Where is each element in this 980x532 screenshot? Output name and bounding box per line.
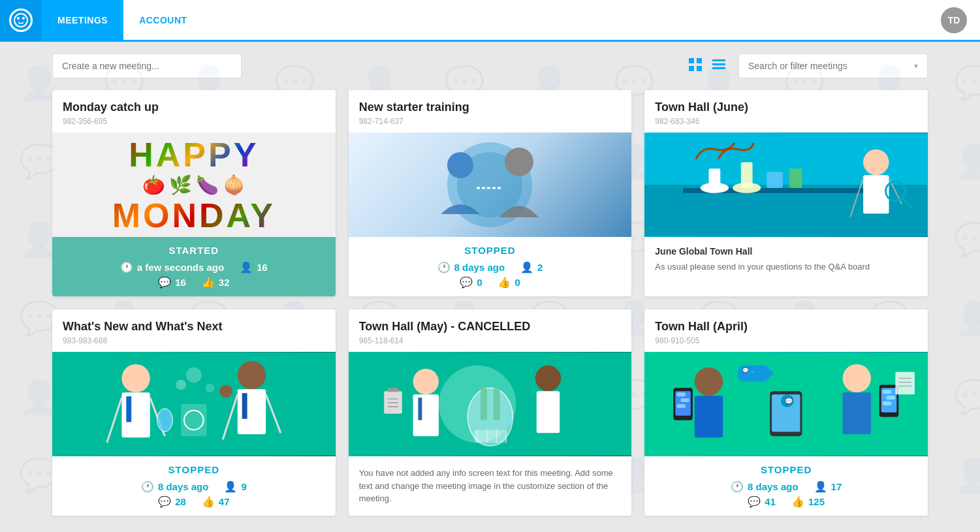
person-icon: 👤 bbox=[814, 480, 827, 493]
comments-value: 28 bbox=[175, 496, 186, 507]
thumbsup-icon: 👍 bbox=[498, 276, 511, 289]
svg-rect-95 bbox=[789, 168, 802, 188]
svg-point-142 bbox=[843, 364, 871, 392]
svg-rect-129 bbox=[474, 430, 506, 443]
status-banner-stopped: STOPPED 🕐 8 days ago 👤 9 💬 28 bbox=[52, 456, 336, 516]
meetings-tab[interactable]: MEETINGS bbox=[42, 0, 123, 41]
svg-rect-127 bbox=[481, 388, 487, 420]
card-title: Town Hall (May) - CANCELLED bbox=[359, 320, 622, 334]
search-filter-input[interactable] bbox=[748, 61, 909, 71]
stats-row-2: 💬 41 👍 125 bbox=[655, 495, 917, 508]
attendees-value: 2 bbox=[537, 262, 543, 273]
clock-icon: 🕐 bbox=[731, 480, 744, 493]
svg-point-111 bbox=[176, 380, 186, 390]
people-illustration bbox=[398, 136, 581, 234]
meeting-card-town-hall-june[interactable]: Town Hall (June) 982-683-346 bbox=[644, 90, 928, 296]
svg-rect-140 bbox=[681, 398, 690, 402]
card-header: New starter training 982-714-637 bbox=[349, 90, 632, 133]
svg-rect-139 bbox=[677, 392, 686, 396]
meeting-card-town-hall-may[interactable]: Town Hall (May) - CANCELLED 985-118-614 bbox=[349, 309, 632, 516]
svg-point-108 bbox=[219, 384, 232, 398]
logo[interactable] bbox=[0, 0, 42, 41]
list-view-icon[interactable] bbox=[710, 55, 728, 77]
svg-rect-76 bbox=[697, 58, 702, 63]
svg-point-91 bbox=[701, 183, 729, 193]
svg-rect-118 bbox=[418, 398, 422, 420]
svg-point-116 bbox=[413, 369, 438, 394]
svg-rect-136 bbox=[695, 396, 723, 437]
thumbsup-icon: 👍 bbox=[202, 495, 215, 508]
status-banner-started: STARTED 🕐 a few seconds ago 👤 16 💬 16 bbox=[52, 237, 336, 296]
attendees-value: 9 bbox=[241, 481, 246, 492]
grid-view-icon[interactable] bbox=[686, 55, 704, 77]
card-meeting-id: 982-714-637 bbox=[359, 117, 622, 126]
card-text-area-may: You have not added any info screen text … bbox=[349, 456, 632, 516]
card-text-area: June Global Town Hall As usual please se… bbox=[644, 237, 928, 283]
card-header: Town Hall (May) - CANCELLED 985-118-614 bbox=[349, 309, 632, 352]
svg-point-150 bbox=[767, 370, 774, 377]
svg-rect-77 bbox=[689, 66, 694, 71]
card-image-starter bbox=[349, 133, 632, 237]
svg-rect-106 bbox=[238, 389, 266, 434]
svg-rect-125 bbox=[536, 391, 559, 433]
time-stat: 🕐 8 days ago bbox=[731, 480, 798, 493]
header: MEETINGS ACCOUNT TD bbox=[0, 0, 980, 42]
comments-value: 41 bbox=[765, 496, 776, 507]
svg-rect-94 bbox=[767, 172, 783, 188]
status-label: STOPPED bbox=[655, 464, 917, 475]
svg-rect-75 bbox=[689, 58, 694, 63]
svg-rect-146 bbox=[883, 390, 892, 394]
card-meeting-id: 982-683-346 bbox=[655, 117, 917, 126]
search-filter-container: ▾ bbox=[738, 54, 928, 78]
svg-rect-78 bbox=[697, 66, 702, 71]
comments-stat: 💬 0 bbox=[460, 276, 482, 289]
card-image-april: 💬 ... 💬 bbox=[644, 352, 928, 456]
svg-rect-147 bbox=[887, 396, 896, 399]
stats-row-2: 💬 0 👍 0 bbox=[359, 276, 622, 289]
card-meeting-id: 982-356-695 bbox=[63, 117, 325, 126]
comments-stat: 💬 28 bbox=[158, 495, 186, 508]
info-title: June Global Town Hall bbox=[655, 246, 917, 257]
meeting-card-whats-new[interactable]: What's New and What's Next 983-983-688 bbox=[52, 309, 336, 516]
meeting-card-monday[interactable]: Monday catch up 982-356-695 HAPPY 🍅🌿🍆🧅 M… bbox=[52, 90, 336, 296]
person-icon: 👤 bbox=[224, 480, 237, 493]
svg-point-93 bbox=[733, 183, 761, 193]
thumbsup-icon: 👍 bbox=[202, 276, 215, 289]
card-image-may bbox=[349, 352, 632, 456]
svg-rect-102 bbox=[121, 392, 150, 437]
svg-point-113 bbox=[206, 383, 215, 392]
card-image-monday: HAPPY 🍅🌿🍆🧅 MONDAY bbox=[52, 133, 336, 237]
svg-rect-103 bbox=[126, 396, 131, 422]
card-meeting-id: 983-983-688 bbox=[63, 336, 325, 345]
status-banner-stopped: STOPPED 🕐 8 days ago 👤 17 💬 41 bbox=[644, 456, 928, 516]
monday-text: MONDAY bbox=[112, 198, 276, 232]
account-tab[interactable]: ACCOUNT bbox=[123, 0, 203, 41]
svg-rect-81 bbox=[712, 67, 725, 69]
comments-stat: 💬 16 bbox=[158, 276, 186, 289]
card-header: Town Hall (June) 982-683-346 bbox=[644, 90, 928, 133]
clock-icon: 🕐 bbox=[141, 480, 154, 493]
meeting-card-town-hall-april[interactable]: Town Hall (April) 980-910-505 bbox=[644, 309, 928, 516]
svg-text:💬: 💬 bbox=[785, 397, 793, 405]
card-header: Town Hall (April) 980-910-505 bbox=[644, 309, 928, 352]
create-meeting-input[interactable] bbox=[52, 54, 242, 78]
card-image-lab bbox=[644, 133, 928, 237]
svg-rect-128 bbox=[493, 388, 499, 420]
info-body: As usual please send in your questions t… bbox=[655, 260, 917, 274]
time-value: a few seconds ago bbox=[137, 262, 224, 273]
time-stat: 🕐 8 days ago bbox=[437, 261, 505, 274]
meeting-card-new-starter[interactable]: New starter training 982-714-637 bbox=[349, 90, 632, 296]
card-header: Monday catch up 982-356-695 bbox=[52, 90, 336, 133]
comments-value: 16 bbox=[175, 277, 186, 288]
svg-rect-120 bbox=[387, 388, 399, 392]
svg-rect-143 bbox=[843, 392, 871, 434]
svg-point-85 bbox=[505, 148, 533, 176]
time-stat: 🕐 a few seconds ago bbox=[120, 261, 224, 274]
svg-rect-148 bbox=[883, 401, 892, 405]
svg-rect-80 bbox=[712, 63, 725, 65]
view-toggle bbox=[686, 55, 728, 77]
user-avatar[interactable]: TD bbox=[941, 7, 967, 33]
svg-rect-117 bbox=[413, 394, 438, 436]
svg-rect-79 bbox=[712, 59, 725, 61]
likes-stat: 👍 32 bbox=[202, 276, 230, 289]
